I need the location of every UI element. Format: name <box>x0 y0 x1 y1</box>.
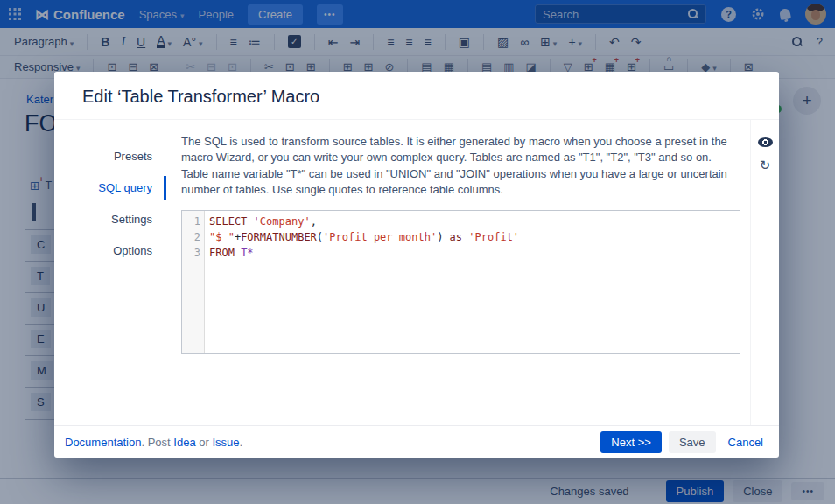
footer-links: Documentation. Post Idea or Issue. <box>65 436 242 449</box>
code-token <box>443 231 449 243</box>
footer-link[interactable]: Documentation <box>65 436 141 449</box>
code-line: FROM T* <box>209 245 740 261</box>
line-number: 3 <box>182 245 200 261</box>
code-token: 'Company' <box>254 215 311 228</box>
sql-description: The SQL is used to transform source tabl… <box>181 134 741 199</box>
refresh-icon[interactable]: ↻ <box>760 158 771 172</box>
sql-code[interactable]: SELECT 'Company',"$ "+FORMATNUMBER('Prof… <box>205 211 740 354</box>
line-number: 2 <box>182 229 200 245</box>
code-token: "$ " <box>209 231 235 243</box>
code-line: SELECT 'Company', <box>209 214 740 229</box>
footer-link[interactable]: Issue <box>212 436 239 449</box>
dialog-title: Edit ‘Table Transformer’ Macro <box>54 72 779 120</box>
macro-tabs: PresetsSQL querySettingsOptions <box>54 120 166 425</box>
code-token: 'Profit' <box>468 231 519 243</box>
next-button[interactable]: Next >> <box>600 431 662 453</box>
footer-link[interactable]: Idea <box>173 436 195 449</box>
code-token <box>247 215 253 228</box>
sql-code-editor[interactable]: 123 SELECT 'Company',"$ "+FORMATNUMBER('… <box>181 210 740 354</box>
preview-eye-icon[interactable] <box>758 137 773 147</box>
macro-tab-settings[interactable]: Settings <box>54 207 166 231</box>
code-token: FROM <box>209 247 235 259</box>
code-token: T* <box>241 247 253 259</box>
code-token: 'Profit per month' <box>323 231 437 243</box>
dialog-footer: Documentation. Post Idea or Issue. Next … <box>54 425 779 458</box>
save-button[interactable]: Save <box>669 431 716 453</box>
macro-tab-options[interactable]: Options <box>54 239 166 262</box>
footer-text: or <box>196 436 213 449</box>
code-token: FORMATNUMBER <box>241 231 317 243</box>
confluence-app: ⋈ Confluence Spaces People Create ••• Se… <box>0 0 835 504</box>
preview-rail: ↻ <box>750 120 779 425</box>
code-token: , <box>311 215 317 228</box>
code-token: as <box>450 231 462 243</box>
code-line: "$ "+FORMATNUMBER('Profit per month') as… <box>209 229 740 245</box>
footer-text: . <box>240 436 243 449</box>
line-number-gutter: 123 <box>182 211 205 354</box>
code-token: SELECT <box>209 215 247 228</box>
edit-macro-dialog: Edit ‘Table Transformer’ Macro PresetsSQ… <box>54 72 779 458</box>
macro-tab-presets[interactable]: Presets <box>54 144 166 168</box>
cancel-button[interactable]: Cancel <box>723 431 768 453</box>
line-number: 1 <box>182 214 200 229</box>
footer-text: . Post <box>141 436 173 449</box>
macro-tab-sql-query[interactable]: SQL query <box>54 176 166 200</box>
code-token: ( <box>317 231 323 243</box>
